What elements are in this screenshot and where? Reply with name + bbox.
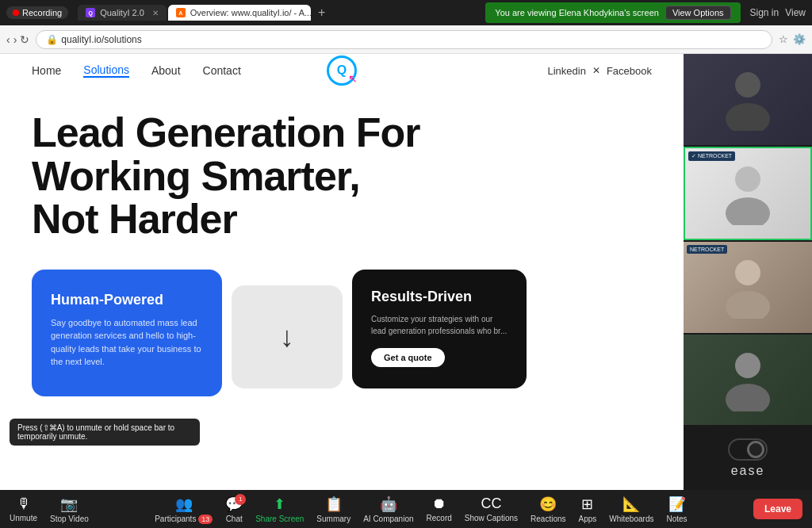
ai-icon: 🤖 [380,495,397,513]
reload-button[interactable]: ↻ [20,33,29,46]
toolbar-participants[interactable]: 👥 Participants 13 [155,495,213,523]
share-screen-label: Share Screen [255,515,304,523]
tab-favicon-2: A [176,8,186,17]
camera-icon: 📷 [60,495,78,513]
url-text: qualityI.io/solutions [61,34,141,45]
card-blue-text: Say goodbye to automated mass lead gener… [51,316,203,369]
notes-label: Notes [666,515,687,523]
summary-label: Summary [316,515,350,523]
leave-button[interactable]: Leave [753,499,802,519]
video-feed-1 [684,54,812,145]
tab-overview[interactable]: A Overview: www.qualityI.io/ - A... ✕ [168,5,311,21]
hero-title-line1: Lead Generation For [32,109,420,155]
captions-label: Show Captions [465,514,518,522]
svg-point-4 [735,260,760,285]
nav-buttons: ‹ › ↻ [6,33,29,46]
hero-section: Lead Generation For Working Smarter, Not… [0,87,684,257]
toolbar-chat[interactable]: 💬 1 Chat [225,495,243,523]
stop-video-label: Stop Video [50,515,89,523]
toolbar-stop-video[interactable]: 📷 Stop Video [50,495,89,523]
nav-linkedin[interactable]: Linkedin [547,65,585,77]
main-content: Home Solutions About Contact Q ↖ Linkedi… [0,54,812,490]
hero-title-line2: Working Smarter, [32,153,360,199]
toolbar-summary[interactable]: 📋 Summary [316,495,350,523]
recording-dot [13,10,19,16]
view-label[interactable]: View [785,7,806,18]
website-frame: Home Solutions About Contact Q ↖ Linkedi… [0,54,684,490]
nav-home[interactable]: Home [32,64,61,77]
chat-label: Chat [226,515,243,523]
microphone-off-icon: 🎙 [17,495,31,512]
person-avatar-4 [720,348,776,411]
card-dark-text: Customize your strategies with our lead … [371,313,508,337]
forward-button[interactable]: › [13,33,17,46]
ease-toggle[interactable] [728,438,768,461]
card-arrow: ↓ [232,285,343,388]
toolbar-ai-companion[interactable]: 🤖 AI Companion [363,495,413,523]
svg-point-3 [726,197,770,225]
nav-solutions[interactable]: Solutions [83,63,129,78]
right-panel: ✓ NETROCKET NETROCKET [684,54,812,490]
unmute-hint-text: Press (⇧⌘A) to unmute or hold space bar … [17,423,174,441]
screen-share-notice: You are viewing Elena Khodykina's screen… [485,2,740,23]
toolbar-record[interactable]: ⏺ Record [427,495,452,522]
hero-title: Lead Generation For Working Smarter, Not… [32,111,476,241]
cards-row: Human-Powered Say goodbye to automated m… [0,257,684,396]
url-bar[interactable]: 🔒 qualityI.io/solutions [36,30,772,49]
toolbar-apps[interactable]: ⊞ Apps [579,495,597,523]
whiteboards-label: Whiteboards [609,515,653,523]
extension-icons: ⚙️ [793,33,806,45]
tab-bar: Q QualityI 2.0 ✕ A Overview: www.quality… [78,3,476,22]
record-label: Record [427,514,452,522]
address-bar-icons: ☆ ⚙️ [779,33,806,45]
tab-close-1[interactable]: ✕ [152,9,159,17]
svg-point-6 [735,353,760,378]
sign-in-label[interactable]: Sign in [750,7,779,18]
screen-share-text: You are viewing Elena Khodykina's screen [495,8,659,17]
person-avatar-3 [720,255,776,319]
share-screen-icon: ⬆ [274,495,285,513]
ease-circle [747,441,764,458]
toolbar-notes[interactable]: 📝 Notes [666,495,687,523]
nav-facebook[interactable]: Facebook [607,65,652,77]
toolbar-captions[interactable]: CC Show Captions [465,495,518,522]
logo-cursor-icon: ↖ [348,72,358,85]
svg-point-7 [726,384,770,411]
get-quote-button[interactable]: Get a quote [371,348,445,367]
toolbar-unmute[interactable]: 🎙 Unmute [10,495,37,522]
site-nav: Home Solutions About Contact Q ↖ Linkedi… [0,54,684,87]
nav-contact[interactable]: Contact [203,64,241,77]
toolbar-reactions[interactable]: 😊 Reactions [530,495,565,523]
reactions-icon: 😊 [539,495,557,513]
logo-circle: Q ↖ [327,55,357,86]
view-options-button[interactable]: View Options [665,6,731,20]
video-feed-2: ✓ NETROCKET [684,147,812,241]
top-bar: Recording Q QualityI 2.0 ✕ A Overview: w… [0,0,812,25]
participants-label: Participants 13 [155,515,213,523]
recording-indicator: Recording [6,6,68,19]
x-separator: ✕ [592,65,600,76]
nav-about[interactable]: About [151,64,181,77]
apps-label: Apps [579,515,597,523]
netrocket-badge-1: ✓ NETROCKET [688,151,735,161]
toolbar-share-screen[interactable]: ⬆ Share Screen [255,495,304,523]
zoom-toolbar: 🎙 Unmute 📷 Stop Video 👥 Participants 13 … [0,490,812,528]
captions-icon: CC [481,495,501,512]
site-nav-right: Linkedin ✕ Facebook [547,65,652,77]
svg-point-1 [726,103,770,131]
notes-icon: 📝 [668,495,686,513]
back-button[interactable]: ‹ [6,33,10,46]
new-tab-button[interactable]: + [312,3,331,22]
person-avatar-1 [720,67,776,131]
chat-badge: 1 [235,494,246,505]
card-results-driven: Results-Driven Customize your strategies… [352,270,527,388]
lock-icon: 🔒 [46,34,58,45]
video-feed-4 [684,335,812,426]
toolbar-whiteboards[interactable]: 📐 Whiteboards [609,495,653,523]
svg-point-5 [726,291,770,319]
bookmark-icon[interactable]: ☆ [779,33,788,45]
tab-qualityi[interactable]: Q QualityI 2.0 ✕ [78,5,167,21]
whiteboards-icon: 📐 [622,495,640,513]
tab-label-2: Overview: www.qualityI.io/ - A... [190,8,311,17]
hero-title-line3: Not Harder [32,196,237,242]
